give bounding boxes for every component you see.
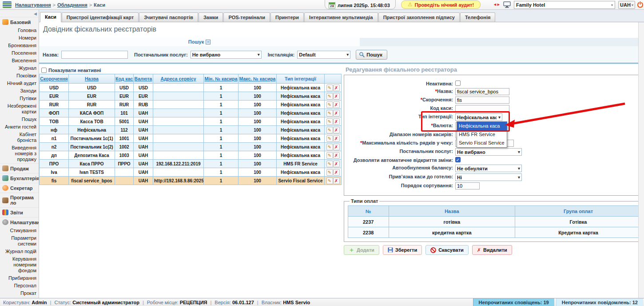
delete-row-icon[interactable] xyxy=(333,93,340,100)
breadcrumb-item[interactable]: Налаштування xyxy=(15,2,51,8)
column-header[interactable]: Скорочення xyxy=(40,74,69,84)
sidebar-item-Номери[interactable]: Номери xyxy=(0,34,39,42)
sidebar-item-Покоївки[interactable]: Покоївки xyxy=(0,72,39,80)
dropdown-option[interactable]: Нефіскальна каса xyxy=(457,122,507,130)
sidebar-item-Путівки[interactable]: Путівки xyxy=(0,95,39,102)
table-row[interactable]: нфНефіскальна112UAH1100Нефіскальна каса xyxy=(40,126,342,134)
sidebar-section-Налаштуван[interactable]: Налаштуван xyxy=(0,217,39,227)
table-row[interactable]: дпДепозитна Каса1003UAH1100Нефіскальна к… xyxy=(40,151,342,160)
auto-reset-select[interactable]: Не обнуляти xyxy=(455,165,522,172)
delete-row-icon[interactable] xyxy=(333,101,340,108)
table-row[interactable]: ФОПКАСА ФОП101UAH1100Нефіскальна каса xyxy=(40,109,342,117)
sidebar-section-Звіти[interactable]: Звіти xyxy=(0,207,39,217)
search-panel-toggle[interactable]: Пошук xyxy=(39,38,360,46)
edit-row-icon[interactable] xyxy=(326,177,333,184)
edit-row-icon[interactable] xyxy=(326,169,333,176)
column-header[interactable]: Валюта xyxy=(134,74,153,84)
tab-Принтери[interactable]: Принтери xyxy=(270,12,304,22)
show-inactive-checkbox[interactable]: Показувати неактивні xyxy=(41,68,101,73)
sidebar-section-Програма ло[interactable]: Програма ло xyxy=(0,193,39,207)
tab-Замки[interactable]: Замки xyxy=(199,12,223,22)
sidebar-item-Кабінет броніста[interactable]: Кабінет броніста xyxy=(0,131,39,144)
payment-row[interactable]: 2237готівкаГотівка xyxy=(348,217,644,227)
table-row[interactable]: п1Постачальник 1с(1)1001UAH1100Нефіскаль… xyxy=(40,134,342,143)
delete-row-icon[interactable] xyxy=(333,85,340,91)
night-audit-warning[interactable]: ⚠ Проведіть нічний аудит! xyxy=(401,0,481,9)
sidebar-item-Стикування[interactable]: Стикування xyxy=(0,227,39,234)
delete-row-icon[interactable] xyxy=(333,161,340,167)
tab-Каси[interactable]: Каси xyxy=(40,12,61,22)
app-menu-icon[interactable] xyxy=(3,1,12,8)
sort-link[interactable]: Код каси xyxy=(115,76,134,81)
cash-code-input[interactable] xyxy=(455,105,509,112)
sort-link[interactable]: Макс. № касира xyxy=(239,76,276,81)
table-row[interactable]: ТОВКасса ТОВ5001UAH1100Нефіскальна каса xyxy=(40,117,342,126)
add-button[interactable]: ＋ Додати xyxy=(344,245,379,255)
table-row[interactable]: IvaIvan TESTSUAH1100Нефіскальна каса xyxy=(40,168,342,177)
sidebar-item-Пошук[interactable]: Пошук xyxy=(0,116,39,123)
dropdown-option[interactable]: HMS FR Service xyxy=(457,130,507,139)
sidebar-item-Заходи[interactable]: Заходи xyxy=(0,87,39,95)
sort-link[interactable]: Мін. № касира xyxy=(204,76,237,81)
edit-row-icon[interactable] xyxy=(326,93,333,100)
sidebar-section-Продаж[interactable]: Продаж xyxy=(0,163,39,173)
currency-select[interactable]: UAH ▾ xyxy=(618,1,635,9)
integration-type-select[interactable]: Нефіскальна каса xyxy=(455,113,502,121)
delete-button[interactable]: ✗ Видалити xyxy=(472,245,512,255)
tab-Зчитувачі паспортів[interactable]: Зчитувачі паспортів xyxy=(139,12,198,22)
sidebar-section-Базовий[interactable]: Базовий xyxy=(0,17,39,27)
edit-row-icon[interactable] xyxy=(326,135,333,142)
hotel-binding-select[interactable]: Ні xyxy=(455,173,522,181)
delete-row-icon[interactable] xyxy=(333,169,340,176)
table-row[interactable]: RURRURRURRUB1100Нефіскальна каса xyxy=(40,101,342,109)
auto-open-shift-checkbox[interactable] xyxy=(455,157,461,162)
workstation-icon[interactable] xyxy=(503,1,511,8)
table-row[interactable]: ПРОКаса ПРРОПРРОUAH192.168.122.211:20191… xyxy=(40,160,342,168)
edit-row-icon[interactable] xyxy=(326,101,333,108)
sidebar-section-Бухгалтерія[interactable]: Бухгалтерія xyxy=(0,173,39,183)
tab-Пристрої захоплення підпису[interactable]: Пристрої захоплення підпису xyxy=(378,12,460,22)
sidebar-item-Нічний аудит[interactable]: Нічний аудит xyxy=(0,80,39,87)
table-row[interactable]: USDUSDUSDUSD1100Нефіскальна каса xyxy=(40,84,342,92)
delete-row-icon[interactable] xyxy=(333,127,340,133)
delete-row-icon[interactable] xyxy=(333,110,340,117)
sidebar-item-Параметри системи[interactable]: Параметри системи xyxy=(0,234,39,248)
sidebar-item-Анкети гостей[interactable]: Анкети гостей xyxy=(0,123,39,131)
sidebar-item-Персонал[interactable]: Персонал xyxy=(0,282,39,290)
breadcrumb-item[interactable]: Обладнання xyxy=(57,2,87,8)
hotel-select[interactable]: Family Hotel ▾ xyxy=(514,1,615,9)
edit-row-icon[interactable] xyxy=(326,161,333,167)
provider-select[interactable]: Не вибрано xyxy=(455,148,522,156)
sort-link[interactable]: Назва xyxy=(85,76,99,81)
sidebar-item-Керування номерним фондом[interactable]: Керування номерним фондом xyxy=(0,255,39,274)
sidebar-item-Виселення[interactable]: Виселення xyxy=(0,57,39,64)
tab-POS-термінали[interactable]: POS-термінали xyxy=(223,12,270,22)
sidebar-item-Виведення номерів з продажу[interactable]: Виведення номерів з продажу xyxy=(0,144,39,163)
column-header[interactable]: Адреса сервісу xyxy=(153,74,204,84)
delete-row-icon[interactable] xyxy=(333,177,340,184)
sidebar-item-Прибирання[interactable]: Прибирання xyxy=(0,274,39,282)
sort-link[interactable]: Скорочення xyxy=(40,76,68,81)
tab-Телефонія[interactable]: Телефонія xyxy=(460,12,496,22)
sidebar-item-Журнал подій[interactable]: Журнал подій xyxy=(0,248,39,255)
edit-row-icon[interactable] xyxy=(326,152,333,159)
collapse-minus-icon[interactable] xyxy=(206,40,211,44)
column-header[interactable]: Код каси xyxy=(115,74,134,84)
table-row[interactable]: п2Постачальник 1с(2)1002UAH1100Нефіскаль… xyxy=(40,143,342,151)
edit-row-icon[interactable] xyxy=(326,127,333,133)
payment-row[interactable]: 2238кредитна карткаКредитна картка xyxy=(348,227,644,238)
edit-row-icon[interactable] xyxy=(326,144,333,150)
sort-link[interactable]: Валюта xyxy=(135,76,152,81)
search-name-input[interactable] xyxy=(61,51,128,59)
inactive-checkbox[interactable] xyxy=(455,81,461,86)
cancel-button[interactable]: Скасувати xyxy=(425,245,469,255)
sidebar-item-Бронювання[interactable]: Бронювання xyxy=(0,42,39,49)
search-provider-select[interactable]: Не вибрано xyxy=(191,51,262,59)
edit-row-icon[interactable] xyxy=(326,85,333,91)
sidebar-item-Прокат[interactable]: Прокат xyxy=(0,290,39,297)
delete-row-icon[interactable] xyxy=(333,118,340,125)
delete-row-icon[interactable] xyxy=(333,144,340,150)
scroll-gutter[interactable] xyxy=(638,22,644,298)
sort-link[interactable]: Адреса сервісу xyxy=(160,76,196,81)
logout-power-icon[interactable] xyxy=(637,1,644,8)
